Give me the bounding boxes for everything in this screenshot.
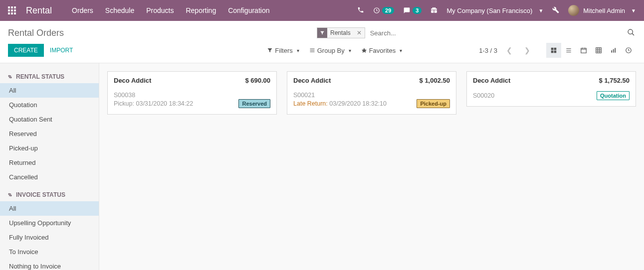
status-badge: Picked-up: [417, 99, 450, 108]
company-switcher[interactable]: My Company (San Francisco) ▼: [446, 7, 543, 14]
search-area: Rentals ✕: [317, 26, 636, 40]
card-order: S00020: [473, 92, 494, 100]
status-badge: Quotation: [597, 91, 630, 100]
card-detail-label: Pickup:: [114, 100, 134, 107]
sidebar-item-upselling[interactable]: Upselling Opportunity: [0, 216, 99, 230]
card-amount: $ 1,002.50: [420, 77, 450, 84]
sidebar-item-to-invoice[interactable]: To Invoice: [0, 245, 99, 259]
activity-indicator[interactable]: 29: [373, 7, 394, 14]
view-kanban[interactable]: [546, 43, 561, 58]
sidebar-header-label: Invoice Status: [16, 191, 65, 198]
filters-button[interactable]: Filters ▾: [264, 45, 302, 56]
messages-count: 3: [413, 7, 422, 14]
sidebar-header-rental-status[interactable]: Rental Status: [0, 70, 99, 83]
page-title: Rental Orders: [8, 28, 64, 38]
pager-prev[interactable]: ❮: [503, 45, 515, 55]
sidebar-item-picked-up[interactable]: Picked-up: [0, 141, 99, 155]
sidebar-item-fully-invoiced[interactable]: Fully Invoiced: [0, 230, 99, 245]
sidebar-item-reserved[interactable]: Reserved: [0, 127, 99, 141]
close-icon[interactable]: ✕: [354, 29, 365, 36]
sidebar-item-all[interactable]: All: [0, 83, 99, 98]
svg-rect-11: [551, 48, 554, 50]
pager-text: 1-3 / 3: [479, 47, 497, 54]
card-customer: Deco Addict: [293, 77, 331, 84]
menu-products[interactable]: Products: [146, 6, 174, 14]
svg-rect-16: [596, 48, 602, 53]
topbar: Rental Orders Schedule Products Reportin…: [0, 0, 644, 21]
activity-count: 29: [382, 7, 394, 14]
sidebar-item-invoice-all[interactable]: All: [0, 201, 99, 216]
filter-icon: [317, 28, 327, 38]
card-amount: $ 690.00: [245, 77, 270, 84]
chevron-down-icon: ▼: [631, 8, 636, 13]
user-menu[interactable]: Mitchell Admin ▼: [568, 5, 636, 16]
view-list[interactable]: [561, 43, 576, 58]
view-pivot[interactable]: [591, 43, 606, 58]
chevron-down-icon: ▾: [349, 48, 351, 53]
svg-point-10: [628, 29, 633, 34]
chevron-down-icon: ▾: [297, 48, 299, 53]
kanban-card[interactable]: Deco Addict $ 1,002.50 S00021 Late Retur…: [287, 71, 456, 115]
spacer: [0, 184, 99, 188]
sidebar-header-label: Rental Status: [16, 73, 64, 80]
svg-rect-13: [551, 51, 554, 53]
facet-label: Rentals: [327, 29, 354, 36]
sidebar-item-quotation-sent[interactable]: Quotation Sent: [0, 112, 99, 127]
gift-icon[interactable]: [430, 6, 437, 15]
kanban-card[interactable]: Deco Addict $ 690.00 S00038 Pickup: 03/3…: [107, 71, 277, 115]
card-details: S00020: [473, 92, 494, 100]
filters-label: Filters: [275, 47, 292, 54]
messages-indicator[interactable]: 3: [403, 7, 422, 14]
app-brand[interactable]: Rental: [26, 5, 52, 16]
card-details: S00021 Late Return: 03/29/2020 18:32:10: [293, 91, 387, 108]
pager-next[interactable]: ❯: [521, 45, 533, 55]
svg-rect-15: [581, 48, 587, 53]
menu-orders[interactable]: Orders: [72, 6, 93, 14]
apps-icon[interactable]: [8, 6, 16, 14]
sidebar-item-quotation[interactable]: Quotation: [0, 98, 99, 112]
svg-rect-7: [11, 12, 13, 14]
create-button[interactable]: Create: [8, 44, 44, 57]
svg-rect-3: [8, 9, 10, 11]
sidebar-item-cancelled[interactable]: Cancelled: [0, 170, 99, 184]
svg-rect-19: [615, 48, 616, 52]
view-calendar[interactable]: [576, 43, 591, 58]
svg-rect-8: [14, 12, 16, 14]
svg-rect-4: [11, 9, 13, 11]
sidebar-header-invoice-status[interactable]: Invoice Status: [0, 188, 99, 201]
debug-icon[interactable]: [552, 6, 559, 15]
sidebar-item-nothing-to-invoice[interactable]: Nothing to Invoice: [0, 259, 99, 270]
sidebar-item-returned[interactable]: Returned: [0, 155, 99, 170]
menu-reporting[interactable]: Reporting: [186, 6, 216, 14]
kanban-card[interactable]: Deco Addict $ 1,752.50 S00020 Quotation: [466, 71, 636, 107]
card-details: S00038 Pickup: 03/31/2020 18:34:22: [114, 91, 193, 108]
search-options: Filters ▾ Group By ▾ Favorites ▾ 1-3 / 3…: [264, 43, 636, 58]
menu-schedule[interactable]: Schedule: [105, 6, 134, 14]
groupby-label: Group By: [317, 47, 345, 54]
svg-rect-0: [8, 6, 10, 8]
control-panel: Rental Orders Rentals ✕ Create Import Fi…: [0, 21, 644, 63]
card-detail-date: 03/31/2020 18:34:22: [136, 100, 193, 107]
groupby-button[interactable]: Group By ▾: [306, 45, 354, 56]
phone-icon[interactable]: [357, 6, 364, 15]
favorites-button[interactable]: Favorites ▾: [358, 45, 405, 56]
top-menu: Orders Schedule Products Reporting Confi…: [72, 6, 269, 14]
card-customer: Deco Addict: [114, 77, 151, 84]
import-button[interactable]: Import: [44, 44, 79, 57]
view-activity[interactable]: [621, 43, 636, 58]
svg-rect-6: [8, 12, 10, 14]
search-icon[interactable]: [623, 26, 636, 40]
status-badge: Reserved: [238, 99, 270, 108]
search-input[interactable]: [368, 27, 623, 39]
svg-rect-18: [613, 49, 614, 53]
menu-configuration[interactable]: Configuration: [228, 6, 269, 14]
chevron-down-icon: ▾: [400, 48, 402, 53]
view-switcher: [546, 43, 636, 58]
sidebar-section: Invoice Status All Upselling Opportunity…: [0, 188, 99, 270]
card-detail-label: Late Return:: [293, 100, 328, 107]
sidebar: Rental Status All Quotation Quotation Se…: [0, 63, 99, 270]
card-detail-date: 03/29/2020 18:32:10: [329, 100, 387, 107]
card-amount: $ 1,752.50: [599, 77, 630, 84]
topbar-right: 29 3 My Company (San Francisco) ▼ Mitche…: [357, 5, 636, 16]
view-graph[interactable]: [606, 43, 621, 58]
